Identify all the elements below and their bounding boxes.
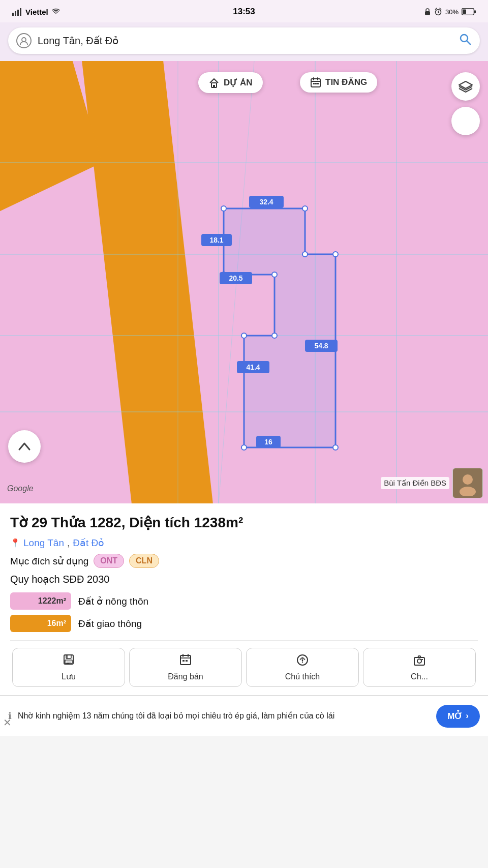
ad-banner: ℹ Nhờ kinh nghiệm 13 năm chúng tôi đã lo… <box>0 695 488 736</box>
svg-rect-66 <box>186 660 188 662</box>
svg-rect-2 <box>17 10 19 16</box>
svg-rect-0 <box>12 13 14 16</box>
alarm-icon <box>434 8 442 16</box>
agent-avatar <box>452 468 483 498</box>
layers-icon <box>458 79 473 94</box>
house-icon <box>208 78 220 88</box>
camera-icon <box>413 654 425 669</box>
dien-tich: 1238 <box>194 515 226 530</box>
battery-percent: 30% <box>445 8 459 16</box>
svg-rect-51 <box>313 83 315 84</box>
svg-rect-3 <box>20 8 21 16</box>
svg-rect-46 <box>213 85 215 87</box>
district-link[interactable]: Đất Đỏ <box>73 537 104 549</box>
land-bar-pink: 1222m² <box>10 592 71 610</box>
status-carrier: Viettel <box>12 8 60 16</box>
ad-btn-arrow: › <box>466 711 469 721</box>
chu-thich-button[interactable]: Chú thích <box>246 648 359 687</box>
parcel-title: Tờ 29 Thửa 1282, Diện tích 1238m² <box>10 514 478 532</box>
chu-thich-icon <box>296 654 309 669</box>
status-indicators: 30% <box>424 8 476 16</box>
svg-point-10 <box>461 35 468 42</box>
ad-text: Nhờ kinh nghiệm 13 năm chúng tôi đã loại… <box>18 710 430 722</box>
ad-btn-label: MỞ <box>447 711 463 722</box>
search-icon[interactable] <box>459 33 472 49</box>
land-bar-orange: 16m² <box>10 615 71 632</box>
dang-ban-label: Đăng bán <box>168 672 203 681</box>
purpose-label: Mục đích sử dụng <box>10 555 88 567</box>
land-type-row-1: 1222m² Đất ở nông thôn <box>10 592 478 610</box>
calendar-icon <box>310 77 321 87</box>
luu-label: Lưu <box>62 672 76 681</box>
svg-point-68 <box>302 662 303 663</box>
land-label-1: Đất ở nông thôn <box>78 595 148 607</box>
carrier-name: Viettel <box>25 8 48 16</box>
search-bar[interactable]: Long Tân, Đất Đỏ <box>8 27 480 54</box>
search-container: Long Tân, Đất Đỏ <box>0 22 488 61</box>
camera-label: Ch... <box>411 672 428 681</box>
user-icon <box>16 33 32 48</box>
badge-ont: ONT <box>94 554 124 568</box>
status-bar: Viettel 13:53 30% <box>0 0 488 22</box>
location-pin-icon: 📍 <box>10 538 20 548</box>
ad-open-button[interactable]: MỞ › <box>436 705 480 728</box>
svg-rect-61 <box>180 655 191 665</box>
quy-hoach: Quy hoạch SĐĐ 2030 <box>10 573 478 585</box>
svg-rect-1 <box>15 11 16 16</box>
purpose-row: Mục đích sử dụng ONT CLN <box>10 554 478 568</box>
luu-button[interactable]: Lưu <box>12 648 125 687</box>
scroll-up-button[interactable] <box>8 430 41 463</box>
compass-button[interactable] <box>451 107 480 135</box>
tin-dang-button[interactable]: TIN ĐĂNG <box>300 72 377 93</box>
du-an-button[interactable]: DỰ ÁN <box>198 72 263 93</box>
land-area-1: 1222m² <box>38 596 66 606</box>
svg-rect-7 <box>474 10 476 13</box>
tin-dang-label: TIN ĐĂNG <box>325 77 367 87</box>
svg-rect-52 <box>315 83 317 84</box>
google-watermark: Google <box>7 484 34 493</box>
badge-cln: CLN <box>129 554 159 568</box>
wifi-icon <box>51 8 60 15</box>
action-buttons-row: Lưu Đăng bán <box>10 640 478 687</box>
svg-point-70 <box>417 659 421 663</box>
du-an-label: DỰ ÁN <box>224 77 253 88</box>
svg-rect-4 <box>425 11 430 15</box>
chu-thich-label: Chú thích <box>285 672 320 681</box>
thua-number: 1282 <box>89 515 121 530</box>
map-view[interactable]: 32.4 18.1 20.5 54.8 41.4 16 DỰ ÁN <box>0 61 488 503</box>
battery-icon <box>462 8 476 15</box>
land-label-2: Đất giao thông <box>78 618 142 630</box>
svg-point-55 <box>463 474 473 485</box>
lock-icon <box>424 8 431 16</box>
to-number: 29 <box>32 515 47 530</box>
search-query: Long Tân, Đất Đỏ <box>38 35 452 47</box>
land-type-row-2: 16m² Đất giao thông <box>10 615 478 632</box>
location-row: 📍 Long Tân , Đất Đỏ <box>10 537 478 549</box>
svg-rect-53 <box>317 83 319 84</box>
ward-link[interactable]: Long Tân <box>23 537 64 549</box>
layers-button[interactable] <box>451 72 480 101</box>
camera-button[interactable]: Ch... <box>363 648 476 687</box>
dang-ban-button[interactable]: Đăng bán <box>129 648 242 687</box>
luu-icon <box>63 653 75 669</box>
info-panel: Tờ 29 Thửa 1282, Diện tích 1238m² 📍 Long… <box>0 503 488 695</box>
svg-point-9 <box>22 38 26 42</box>
chevron-up-icon <box>17 441 32 452</box>
map-background <box>0 61 488 503</box>
svg-rect-8 <box>463 10 466 14</box>
google-text: Google <box>7 484 34 493</box>
ad-close-button[interactable]: ✕ <box>3 716 12 729</box>
signal-icon <box>12 8 22 16</box>
dang-ban-icon <box>179 654 192 669</box>
agent-info: Bùi Tấn Điền BĐS <box>381 468 483 498</box>
status-time: 13:53 <box>233 7 255 17</box>
svg-rect-65 <box>182 660 185 662</box>
svg-rect-71 <box>421 659 423 660</box>
land-area-2: 16m² <box>47 619 66 628</box>
agent-name: Bùi Tấn Điền BĐS <box>381 477 449 489</box>
